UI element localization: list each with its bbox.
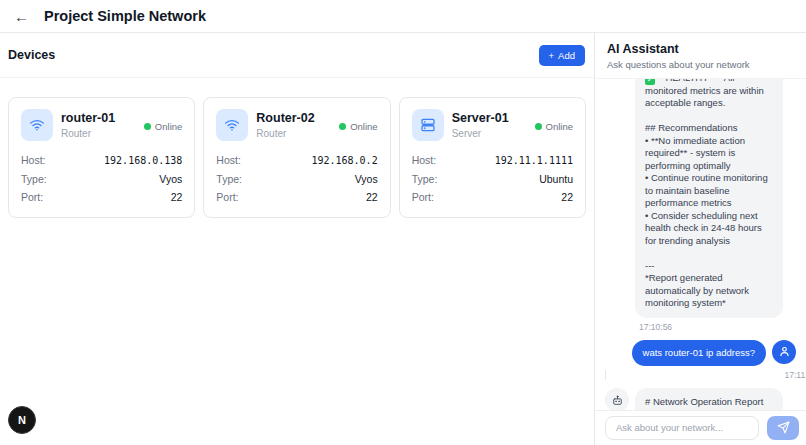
- wifi-icon: [216, 109, 248, 141]
- device-field-host: Host: 192.168.0.2: [216, 151, 377, 170]
- ai-assistant-subtitle: Ask questions about your network: [607, 59, 794, 70]
- device-field-host: Host: 192.11.1.1111: [412, 151, 573, 170]
- assistant-message: ## Overall Status ✓**HEALTHY** - All mon…: [605, 79, 796, 318]
- online-dot: [535, 123, 542, 130]
- device-card-router-01[interactable]: router-01 Router Online Host: 192.168.0.…: [8, 97, 195, 218]
- assistant-message-bubble: ## Overall Status ✓**HEALTHY** - All mon…: [635, 79, 783, 318]
- app-header: ← Project Simple Network: [0, 0, 806, 33]
- device-field-host: Host: 192.168.0.138: [21, 151, 182, 170]
- chat-input-bar: [595, 410, 806, 445]
- user-avatar: [772, 340, 796, 364]
- user-message-bubble: wats router-01 ip address?: [632, 340, 766, 367]
- plus-icon: +: [549, 50, 555, 61]
- message-timestamp: 17:11:12: [605, 370, 806, 380]
- status-label: Online: [155, 121, 182, 132]
- type-value: Vyos: [159, 170, 182, 188]
- type-value: Vyos: [355, 170, 378, 188]
- device-name: Server-01: [452, 109, 509, 126]
- message-status-line: **HEALTHY** - All monitored metrics are …: [645, 79, 764, 108]
- server-icon: [412, 109, 444, 141]
- devices-toolbar: Devices + Add: [0, 33, 594, 78]
- device-card-grid: router-01 Router Online Host: 192.168.0.…: [0, 78, 594, 237]
- bot-avatar-robot-icon: [605, 388, 629, 410]
- page-title: Project Simple Network: [44, 8, 206, 24]
- add-device-button[interactable]: + Add: [539, 45, 585, 66]
- message-body: ## Recommendations • **No immediate acti…: [645, 110, 773, 310]
- devices-heading: Devices: [8, 48, 55, 62]
- ai-assistant-title: AI Assistant: [607, 42, 794, 56]
- host-value: 192.168.0.2: [311, 152, 377, 170]
- message-timestamp: 17:10:56: [639, 322, 806, 332]
- host-value: 192.11.1.1111: [495, 152, 573, 170]
- device-name: Router-02: [256, 109, 314, 126]
- ai-assistant-panel: AI Assistant Ask questions about your ne…: [594, 33, 806, 445]
- wifi-icon: [21, 109, 53, 141]
- devices-section: Devices + Add router-01 Router: [0, 33, 594, 445]
- ai-assistant-header: AI Assistant Ask questions about your ne…: [595, 33, 806, 79]
- online-dot: [339, 123, 346, 130]
- user-message: wats router-01 ip address?: [605, 340, 796, 367]
- back-button[interactable]: ←: [14, 9, 29, 24]
- assistant-message: # Network Operation Report ## Summary In…: [605, 388, 796, 410]
- device-field-port: Port: 22: [412, 188, 573, 206]
- send-paper-plane-icon: [777, 421, 790, 434]
- chat-scroll-area[interactable]: ## Overall Status ✓**HEALTHY** - All mon…: [595, 79, 806, 410]
- status-badge: Online: [339, 109, 377, 141]
- status-badge: Online: [144, 109, 182, 141]
- online-dot: [144, 123, 151, 130]
- device-field-type: Type: Vyos: [216, 170, 377, 188]
- device-card-router-02[interactable]: Router-02 Router Online Host: 192.168.0.…: [203, 97, 390, 218]
- chat-input[interactable]: [605, 416, 759, 440]
- dev-tools-label: N: [18, 414, 26, 426]
- port-value: 22: [561, 188, 573, 206]
- device-field-type: Type: Vyos: [21, 170, 182, 188]
- port-value: 22: [366, 188, 378, 206]
- send-button[interactable]: [767, 416, 799, 440]
- status-label: Online: [350, 121, 377, 132]
- device-kind: Router: [61, 128, 115, 139]
- status-label: Online: [546, 121, 573, 132]
- device-field-port: Port: 22: [21, 188, 182, 206]
- dev-tools-button[interactable]: N: [8, 406, 36, 434]
- port-value: 22: [171, 188, 183, 206]
- device-field-type: Type: Ubuntu: [412, 170, 573, 188]
- device-kind: Server: [452, 128, 509, 139]
- assistant-message-bubble: # Network Operation Report ## Summary In…: [635, 388, 783, 410]
- device-card-server-01[interactable]: Server-01 Server Online Host: 192.11.1.1…: [399, 97, 586, 218]
- device-kind: Router: [256, 128, 314, 139]
- add-device-label: Add: [558, 50, 575, 61]
- device-field-port: Port: 22: [216, 188, 377, 206]
- type-value: Ubuntu: [539, 170, 573, 188]
- host-value: 192.168.0.138: [104, 152, 182, 170]
- device-name: router-01: [61, 109, 115, 126]
- status-badge: Online: [535, 109, 573, 141]
